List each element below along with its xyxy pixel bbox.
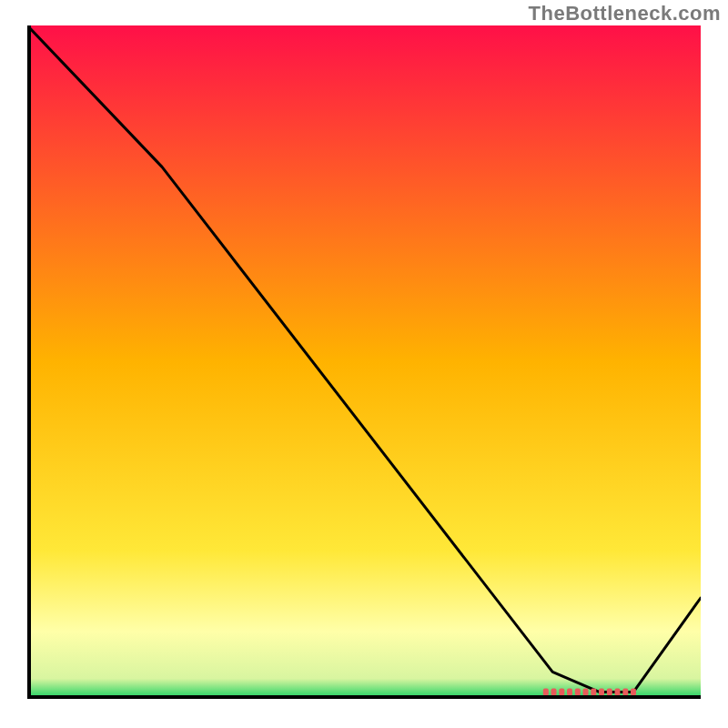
optimal-marker-dot: [622, 689, 628, 696]
optimal-marker-dot: [591, 689, 596, 696]
optimal-marker-dot: [615, 689, 621, 696]
chart-page: TheBottleneck.com: [0, 0, 728, 728]
optimal-marker-dot: [559, 689, 564, 696]
optimal-marker-dot: [567, 689, 572, 696]
optimal-marker-dot: [607, 689, 612, 696]
chart-svg: [27, 25, 701, 699]
optimal-marker-dot: [583, 689, 589, 696]
optimal-marker-dot: [575, 689, 581, 696]
chart-background: [27, 25, 701, 699]
optimal-marker-dot: [543, 689, 549, 696]
chart-plot: [27, 25, 701, 699]
optimal-marker-dot: [599, 689, 604, 696]
optimal-marker-dot: [631, 689, 636, 696]
optimal-marker-dot: [551, 689, 557, 696]
watermark-text: TheBottleneck.com: [529, 2, 721, 25]
